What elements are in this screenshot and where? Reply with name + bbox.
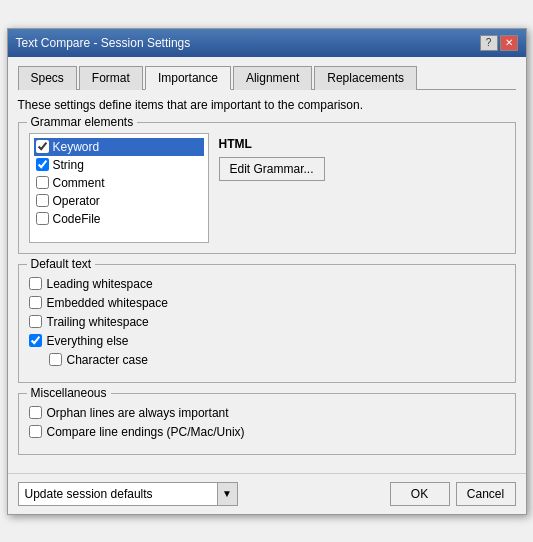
grammar-string-checkbox[interactable] bbox=[36, 158, 49, 171]
grammar-item-keyword[interactable]: Keyword bbox=[34, 138, 204, 156]
grammar-operator-label: Operator bbox=[53, 194, 100, 208]
everything-else-checkbox[interactable] bbox=[29, 334, 42, 347]
leading-whitespace-checkbox[interactable] bbox=[29, 277, 42, 290]
grammar-keyword-label: Keyword bbox=[53, 140, 100, 154]
embedded-whitespace-label: Embedded whitespace bbox=[47, 296, 168, 310]
trailing-whitespace-item: Trailing whitespace bbox=[29, 315, 505, 329]
leading-whitespace-label: Leading whitespace bbox=[47, 277, 153, 291]
embedded-whitespace-item: Embedded whitespace bbox=[29, 296, 505, 310]
everything-else-label: Everything else bbox=[47, 334, 129, 348]
compare-line-endings-checkbox[interactable] bbox=[29, 425, 42, 438]
main-window: Text Compare - Session Settings ? ✕ Spec… bbox=[7, 28, 527, 515]
help-button[interactable]: ? bbox=[480, 35, 498, 51]
orphan-lines-label: Orphan lines are always important bbox=[47, 406, 229, 420]
ok-button[interactable]: OK bbox=[390, 482, 450, 506]
title-bar: Text Compare - Session Settings ? ✕ bbox=[8, 29, 526, 57]
grammar-comment-label: Comment bbox=[53, 176, 105, 190]
default-text-items: Leading whitespace Embedded whitespace T… bbox=[29, 277, 505, 367]
grammar-comment-checkbox[interactable] bbox=[36, 176, 49, 189]
embedded-whitespace-checkbox[interactable] bbox=[29, 296, 42, 309]
footer-buttons: OK Cancel bbox=[390, 482, 516, 506]
grammar-elements-group: Grammar elements Keyword String Comment bbox=[18, 122, 516, 254]
grammar-keyword-checkbox[interactable] bbox=[36, 140, 49, 153]
orphan-lines-checkbox[interactable] bbox=[29, 406, 42, 419]
description-text: These settings define items that are imp… bbox=[18, 98, 516, 112]
title-bar-buttons: ? ✕ bbox=[480, 35, 518, 51]
leading-whitespace-item: Leading whitespace bbox=[29, 277, 505, 291]
grammar-type-label: HTML bbox=[219, 137, 325, 151]
grammar-area: Keyword String Comment Operator bbox=[29, 133, 505, 243]
compare-line-endings-item: Compare line endings (PC/Mac/Unix) bbox=[29, 425, 505, 439]
window-title: Text Compare - Session Settings bbox=[16, 36, 191, 50]
trailing-whitespace-label: Trailing whitespace bbox=[47, 315, 149, 329]
grammar-item-comment[interactable]: Comment bbox=[34, 174, 204, 192]
character-case-label: Character case bbox=[67, 353, 148, 367]
character-case-checkbox[interactable] bbox=[49, 353, 62, 366]
grammar-codefile-checkbox[interactable] bbox=[36, 212, 49, 225]
miscellaneous-items: Orphan lines are always important Compar… bbox=[29, 406, 505, 439]
default-text-group: Default text Leading whitespace Embedded… bbox=[18, 264, 516, 383]
tab-specs[interactable]: Specs bbox=[18, 66, 77, 90]
dialog-footer: Update session defaults ▼ OK Cancel bbox=[8, 473, 526, 514]
everything-else-item: Everything else bbox=[29, 334, 505, 348]
grammar-elements-title: Grammar elements bbox=[27, 115, 138, 129]
tab-bar: Specs Format Importance Alignment Replac… bbox=[18, 65, 516, 90]
character-case-item: Character case bbox=[49, 353, 505, 367]
miscellaneous-group: Miscellaneous Orphan lines are always im… bbox=[18, 393, 516, 455]
grammar-string-label: String bbox=[53, 158, 84, 172]
compare-line-endings-label: Compare line endings (PC/Mac/Unix) bbox=[47, 425, 245, 439]
grammar-right-panel: HTML Edit Grammar... bbox=[219, 133, 325, 243]
dropdown-arrow-button[interactable]: ▼ bbox=[218, 482, 238, 506]
orphan-lines-item: Orphan lines are always important bbox=[29, 406, 505, 420]
grammar-operator-checkbox[interactable] bbox=[36, 194, 49, 207]
trailing-whitespace-checkbox[interactable] bbox=[29, 315, 42, 328]
tab-importance[interactable]: Importance bbox=[145, 66, 231, 90]
close-button[interactable]: ✕ bbox=[500, 35, 518, 51]
session-defaults-dropdown[interactable]: Update session defaults bbox=[18, 482, 218, 506]
miscellaneous-title: Miscellaneous bbox=[27, 386, 111, 400]
cancel-button[interactable]: Cancel bbox=[456, 482, 516, 506]
tab-replacements[interactable]: Replacements bbox=[314, 66, 417, 90]
grammar-item-codefile[interactable]: CodeFile bbox=[34, 210, 204, 228]
grammar-codefile-label: CodeFile bbox=[53, 212, 101, 226]
session-dropdown-wrapper: Update session defaults ▼ bbox=[18, 482, 238, 506]
tab-format[interactable]: Format bbox=[79, 66, 143, 90]
tab-alignment[interactable]: Alignment bbox=[233, 66, 312, 90]
grammar-item-string[interactable]: String bbox=[34, 156, 204, 174]
grammar-list: Keyword String Comment Operator bbox=[29, 133, 209, 243]
edit-grammar-button[interactable]: Edit Grammar... bbox=[219, 157, 325, 181]
default-text-title: Default text bbox=[27, 257, 96, 271]
grammar-item-operator[interactable]: Operator bbox=[34, 192, 204, 210]
dialog-content: Specs Format Importance Alignment Replac… bbox=[8, 57, 526, 473]
